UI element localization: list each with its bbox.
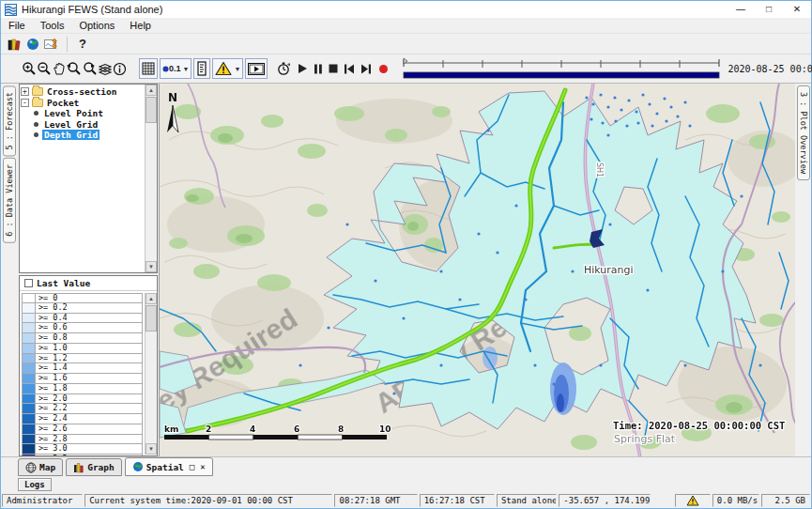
tab-spatial[interactable]: Spatial □ ✕ (125, 457, 213, 476)
menu-item-help[interactable]: Help (122, 20, 159, 31)
legend-label: >= 0 (36, 294, 57, 302)
legend-swatch (23, 414, 36, 424)
zoom-next-icon[interactable] (82, 58, 98, 79)
legend-header: Last Value (20, 276, 157, 291)
explorer-icon[interactable] (5, 36, 23, 53)
time-slider[interactable] (401, 56, 722, 81)
chevron-down-icon: ▼ (183, 66, 190, 72)
legend-label: >= 1.4 (36, 363, 68, 373)
legend-swatch (23, 344, 36, 353)
last-value-checkbox[interactable] (24, 279, 33, 287)
status-warning-icon[interactable] (675, 494, 711, 507)
status-mode: Stand alone (497, 494, 557, 507)
maximize-button[interactable]: □ (755, 1, 783, 18)
legend-label: >= 0.4 (36, 314, 68, 323)
scroll-thumb[interactable] (146, 305, 157, 332)
play-icon[interactable] (297, 58, 308, 79)
tab-graph-label: Graph (87, 462, 115, 472)
logs-row: Logs (1, 476, 811, 493)
map-canvas[interactable]: API Key Required API Key Required (159, 84, 795, 456)
menu-item-options[interactable]: Options (71, 20, 122, 31)
tree-item-label: Level Point (42, 108, 105, 118)
main-area: 5 : Forecast 6 : Data Viewer +Cross-sect… (1, 84, 811, 456)
help-button[interactable]: ? (73, 37, 92, 51)
map-time-overlay: Time: 2020-08-25 00:00:00 CST (613, 420, 785, 431)
stop-icon[interactable] (329, 58, 338, 79)
last-frame-icon[interactable] (360, 58, 372, 79)
minimize-button[interactable]: — (727, 1, 755, 18)
animation-movie-button[interactable] (245, 58, 268, 79)
legend-scrollbar[interactable]: ▲ ▼ (145, 293, 157, 455)
scroll-up-icon[interactable]: ▲ (146, 293, 157, 304)
first-frame-icon[interactable] (344, 58, 355, 79)
legend-swatch (23, 374, 36, 383)
record-icon[interactable] (379, 58, 388, 79)
legend-label: >= 1.0 (36, 344, 68, 353)
scale-tick: 2 (206, 424, 211, 434)
scale-tick: 4 (250, 424, 255, 434)
last-value-label: Last Value (37, 278, 90, 288)
tab-close-icon[interactable]: ✕ (200, 462, 205, 471)
tree-item-level-point[interactable]: Level Point (21, 108, 144, 119)
legend-row[interactable]: >= 2.6 (22, 424, 143, 435)
layers-icon[interactable] (98, 58, 113, 79)
tree-expander-icon[interactable]: - (21, 99, 29, 107)
legend-row[interactable]: >= 3.2 (22, 455, 143, 456)
menu-item-file[interactable]: File (1, 20, 33, 31)
wire-globe-icon (25, 462, 37, 473)
tab-plot-overview[interactable]: 3 : Plot Overview (797, 85, 810, 180)
tree-item-level-grid[interactable]: Level Grid (21, 119, 144, 131)
town-label: Hikurangi (584, 264, 634, 276)
pause-icon[interactable] (314, 58, 323, 79)
zoom-in-icon[interactable] (22, 58, 37, 79)
tab-forecast[interactable]: 5 : Forecast (3, 85, 16, 156)
classbreaks-dropdown[interactable]: 0.1 ▼ (160, 58, 192, 79)
status-local-time: 16:27:18 CST (420, 494, 495, 507)
tree-item-depth-grid[interactable]: Depth Grid (21, 130, 144, 141)
menu-item-tools[interactable]: Tools (33, 20, 72, 31)
logs-button[interactable]: Logs (18, 478, 52, 491)
legend-swatch (23, 435, 36, 444)
right-tab-strip: 3 : Plot Overview (795, 84, 811, 456)
legend-swatch (23, 444, 36, 454)
animation-settings-icon[interactable] (276, 58, 291, 79)
warning-thresholds-dropdown[interactable]: ▼ (212, 58, 243, 79)
zoom-out-icon[interactable] (37, 58, 52, 79)
folder-icon (32, 87, 43, 96)
legend-row[interactable]: >= 1.0 (22, 344, 143, 354)
timeseries-icon[interactable] (42, 36, 61, 53)
legend-row[interactable]: >= 1.8 (22, 384, 143, 394)
tab-data-viewer[interactable]: 6 : Data Viewer (3, 158, 16, 243)
tab-graph[interactable]: Graph (66, 458, 122, 476)
spatial-layer-tree: +Cross-section-PocketLevel PointLevel Gr… (19, 84, 158, 273)
svg-text:N: N (168, 91, 177, 104)
legend-label: >= 1.8 (36, 384, 68, 393)
scroll-down-icon[interactable]: ▼ (146, 443, 157, 455)
tab-spatial-label: Spatial (146, 462, 184, 472)
tree-item-label: Pocket (45, 98, 81, 108)
pan-hand-icon[interactable] (52, 58, 66, 79)
legend-label: >= 2.6 (36, 424, 68, 434)
zoom-previous-icon[interactable] (66, 58, 82, 79)
status-bar: Administrator Current system time:2020-0… (1, 493, 811, 508)
legend-list: >= 0>= 0.2>= 0.4>= 0.6>= 0.8>= 1.0>= 1.2… (22, 293, 143, 455)
map-globe-icon[interactable] (23, 36, 42, 53)
close-button[interactable]: ✕ (783, 1, 811, 18)
status-download-rate: 0.0 MB/s (712, 494, 760, 507)
scroll-thumb[interactable] (146, 97, 157, 123)
scroll-up-icon[interactable]: ▲ (146, 85, 157, 96)
legend-row[interactable]: >= 0.2 (22, 303, 143, 314)
tree-item-label: Level Grid (42, 119, 100, 130)
grid-display-button[interactable] (139, 58, 158, 79)
tree-item-label: Cross-section (45, 86, 118, 97)
scroll-down-icon[interactable]: ▼ (146, 261, 157, 272)
tree-item-pocket[interactable]: -Pocket (21, 98, 144, 109)
tree-scrollbar[interactable]: ▲ ▼ (145, 85, 157, 272)
tab-maximize-icon[interactable]: □ (190, 462, 194, 471)
gauge-scale-button[interactable] (193, 58, 210, 79)
legend-label: >= 2.8 (36, 435, 68, 444)
tree-expander-icon[interactable]: + (21, 87, 29, 96)
info-icon[interactable] (113, 58, 127, 79)
tab-map[interactable]: Map (18, 458, 63, 476)
globe-icon (132, 461, 144, 472)
